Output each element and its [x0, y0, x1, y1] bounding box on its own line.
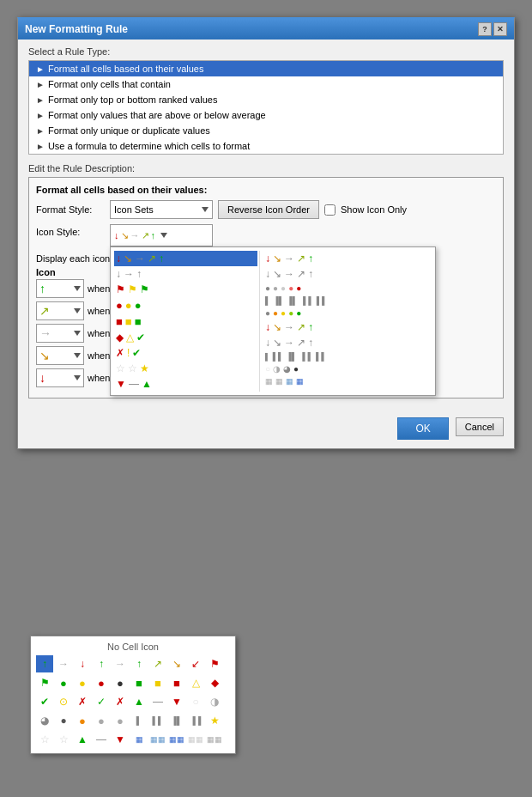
ip-icon-23[interactable]: ✓ — [93, 693, 110, 710]
reverse-order-button[interactable]: Reverse Icon Order — [218, 200, 319, 219]
ip-icon-15[interactable]: ■ — [130, 674, 148, 691]
ip-icon-5[interactable]: ↑ — [130, 655, 148, 672]
rule-item-0[interactable]: ► Format all cells based on their values — [29, 61, 503, 76]
ip-icon-14[interactable]: ● — [112, 674, 129, 691]
ic-rr3-3: ● — [281, 283, 286, 293]
icon-row-2[interactable]: ⚑ ⚑ ⚑ — [114, 282, 257, 297]
ok-button[interactable]: OK — [397, 417, 448, 440]
ip-icon-28[interactable]: ○ — [187, 693, 204, 710]
icon-row-5[interactable]: ◆ △ ✔ — [114, 330, 257, 345]
icon-row-6[interactable]: ✗ ! ✔ — [114, 345, 257, 361]
ip-icon-34[interactable]: ● — [112, 712, 129, 729]
icon-row-r8[interactable]: ○ ◑ ◕ ● — [263, 362, 432, 375]
ip-icon-6[interactable]: ↗ — [149, 655, 166, 672]
ip-icon-8[interactable]: ↙ — [187, 655, 204, 672]
ip-icon-39[interactable]: ★ — [206, 712, 223, 729]
ip-icon-21[interactable]: ⊙ — [55, 693, 72, 710]
format-style-select[interactable]: Icon Sets — [110, 200, 213, 219]
ip-icon-48[interactable]: ▦▦ — [187, 731, 204, 748]
ip-icon-12[interactable]: ● — [74, 674, 91, 691]
ic-r5-1: ■ — [116, 315, 123, 328]
ip-icon-16[interactable]: ■ — [149, 674, 166, 691]
icon-row-4[interactable]: ■ ■ ■ — [114, 313, 257, 330]
ip-icon-22[interactable]: ✗ — [74, 693, 91, 710]
ip-icon-11[interactable]: ● — [55, 674, 72, 691]
ip-icon-24[interactable]: ✗ — [112, 693, 129, 710]
ip-icon-13[interactable]: ● — [93, 674, 110, 691]
ip-icon-45[interactable]: ▦ — [130, 731, 148, 748]
icon-row-r2[interactable]: ● ● ● ● ● — [263, 282, 432, 295]
icon-row-r9[interactable]: ▦ ▦ ▦ ▦ — [263, 375, 432, 387]
ip-icon-49[interactable]: ▦▦ — [206, 731, 223, 748]
ip-icon-41[interactable]: ☆ — [55, 731, 72, 748]
ip-icon-35[interactable]: ▌ — [130, 712, 148, 729]
rule-icon-btn-0[interactable]: ↑ — [36, 279, 84, 298]
rule-icon-0: ↑ — [39, 282, 45, 295]
ip-icon-38[interactable]: ▐▐ — [187, 712, 204, 729]
icon-row-1[interactable]: ↓ → ↑ — [114, 266, 257, 282]
icon-style-selector[interactable]: ↓ ↘ → ↗ ↑ — [110, 224, 213, 246]
icon-row-r4[interactable]: ● ● ● ● ● — [263, 307, 432, 319]
ip-icon-26[interactable]: — — [149, 693, 166, 710]
ic-rr4-1: ▌ — [265, 296, 270, 305]
ip-icon-17[interactable]: ■ — [168, 674, 185, 691]
ip-icon-20[interactable]: ✔ — [36, 693, 53, 710]
ip-icon-10[interactable]: ⚑ — [36, 674, 53, 691]
rule-icon-btn-1[interactable]: ↗ — [36, 301, 84, 320]
ip-icon-0[interactable]: ↑ — [36, 655, 53, 672]
ip-icon-9[interactable]: ⚑ — [206, 655, 223, 672]
icon-row-r0[interactable]: ↓ ↘ → ↗ ↑ — [263, 251, 432, 266]
rule-item-3[interactable]: ► Format only values that are above or b… — [29, 107, 503, 123]
ip-icon-33[interactable]: ● — [93, 712, 110, 729]
ip-icon-29[interactable]: ◑ — [206, 693, 223, 710]
ip-icon-42[interactable]: ▲ — [74, 731, 91, 748]
ip-icon-46[interactable]: ▦▦ — [149, 731, 166, 748]
icon-row-8[interactable]: ▼ — ▲ — [114, 376, 257, 392]
ip-icon-25[interactable]: ▲ — [130, 693, 148, 710]
ip-icon-32[interactable]: ● — [74, 712, 91, 729]
ip-icon-4[interactable]: → — [112, 655, 129, 672]
ip-icon-7[interactable]: ↘ — [168, 655, 185, 672]
ip-icon-30[interactable]: ◕ — [36, 712, 53, 729]
close-button[interactable]: ✕ — [493, 22, 507, 36]
ip-icon-40[interactable]: ☆ — [36, 731, 53, 748]
cancel-button[interactable]: Cancel — [456, 417, 504, 436]
help-button[interactable]: ? — [478, 22, 492, 36]
rule-icon-btn-3[interactable]: ↘ — [36, 346, 84, 365]
ip-icon-37[interactable]: ▐▌ — [168, 712, 185, 729]
icon-row-3[interactable]: ● ● ● — [114, 297, 257, 313]
ip-icon-31[interactable]: ● — [55, 712, 72, 729]
ip-icon-36[interactable]: ▌▌ — [149, 712, 166, 729]
icon-row-r6[interactable]: ↓ ↘ → ↗ ↑ — [263, 335, 432, 350]
ic-rr7-4: ↗ — [297, 337, 305, 349]
icon-row-r7[interactable]: ▌ ▌▌ ▐▌ ▐▐ ▐▐ — [263, 350, 432, 362]
ip-icon-27[interactable]: ▼ — [168, 693, 185, 710]
ic-r3-1: ⚑ — [116, 283, 125, 295]
rule-item-1[interactable]: ► Format only cells that contain — [29, 76, 503, 92]
ip-icon-18[interactable]: △ — [187, 674, 204, 691]
ip-icon-43[interactable]: — — [93, 731, 110, 748]
rule-item-2[interactable]: ► Format only top or bottom ranked value… — [29, 92, 503, 107]
rule-arrow-0: ► — [36, 64, 45, 74]
ic-r1-3: → — [135, 252, 145, 265]
icon-row-0[interactable]: ↓ ↘ → ↗ ↑ — [114, 251, 257, 266]
ip-icon-3[interactable]: ↑ — [93, 655, 110, 672]
ip-icon-19[interactable]: ◆ — [206, 674, 223, 691]
rule-icon-btn-2[interactable]: → — [36, 324, 84, 343]
rule-text-1: Format only cells that contain — [48, 79, 171, 89]
rule-item-4[interactable]: ► Format only unique or duplicate values — [29, 123, 503, 138]
rule-icon-btn-4[interactable]: ↓ — [36, 368, 84, 387]
ic-rr4-2: ▐▌ — [273, 296, 284, 305]
ip-icon-47[interactable]: ▦▦ — [168, 731, 185, 748]
icon-row-r1[interactable]: ↓ ↘ → ↗ ↑ — [263, 266, 432, 282]
show-icon-only-checkbox[interactable] — [324, 204, 336, 216]
ip-icon-2[interactable]: ↓ — [74, 655, 91, 672]
icon-row-7[interactable]: ☆ ☆ ★ — [114, 361, 257, 376]
icon-row-r3[interactable]: ▌ ▐▌ ▐▌ ▐▐ ▐▐ — [263, 295, 432, 307]
rule-icon-1: ↗ — [39, 304, 50, 318]
icon-row-r5[interactable]: ↓ ↘ → ↗ ↑ — [263, 319, 432, 335]
ic-r1-4: ↗ — [148, 252, 156, 265]
ip-icon-1[interactable]: → — [55, 655, 72, 672]
ip-icon-44[interactable]: ▼ — [112, 731, 129, 748]
rule-item-5[interactable]: ► Use a formula to determine which cells… — [29, 138, 503, 154]
